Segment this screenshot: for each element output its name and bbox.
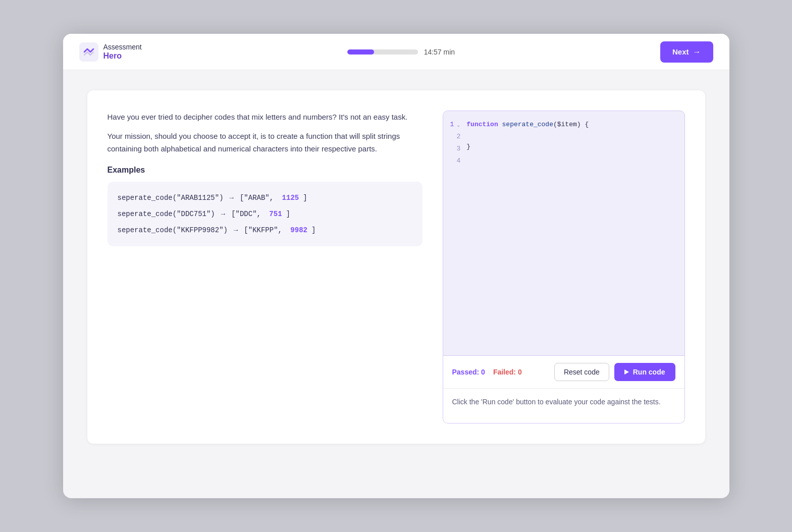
progress-bar-fill: [347, 49, 374, 55]
output-message: Click the 'Run code' button to evaluate …: [452, 398, 661, 406]
line-num-3: 3: [457, 143, 461, 154]
question-paragraph-2: Your mission, should you choose to accep…: [108, 130, 423, 155]
line-num-1: 1: [450, 119, 454, 130]
run-icon: [624, 369, 629, 375]
example-3-result-num: 9982: [290, 226, 307, 234]
line-num-row-4: 4: [450, 155, 461, 167]
examples-box: seperate_code("ARAB1125") → ["ARAB", 112…: [108, 182, 423, 246]
example-1-result-close: ]: [303, 194, 307, 202]
timer-area: 14:57 min: [347, 48, 455, 56]
app-window: Assessment Hero 14:57 min Next → Have yo…: [63, 34, 729, 498]
run-label: Run code: [633, 368, 665, 376]
svg-rect-0: [79, 42, 98, 62]
run-code-button[interactable]: Run code: [614, 363, 675, 381]
example-2-call: seperate_code("DDC751"): [118, 210, 215, 218]
controls-output-wrapper: Passed: 0 Failed: 0 Reset code Run code: [443, 356, 685, 423]
code-editor[interactable]: 1 ⌄ 2 3 4 function seperate_code: [443, 111, 685, 356]
example-1-result-num: 1125: [282, 194, 299, 202]
next-arrow-icon: →: [693, 47, 701, 57]
example-3-result-text: ["KKFPP",: [244, 226, 286, 234]
card: Have you ever tried to decipher codes th…: [87, 90, 705, 444]
progress-bar-container: [347, 49, 418, 55]
controls-buttons: Reset code Run code: [554, 363, 675, 381]
line-num-2: 2: [457, 131, 461, 142]
line-num-4: 4: [457, 155, 461, 167]
logo-icon: [79, 42, 98, 62]
logo-text: Assessment Hero: [103, 43, 142, 61]
example-2-result-text: ["DDC",: [231, 210, 265, 218]
code-content[interactable]: function seperate_code($item) { }: [464, 111, 684, 355]
question-text: Have you ever tried to decipher codes th…: [108, 111, 423, 155]
failed-text: Failed: 0: [493, 368, 522, 376]
next-button[interactable]: Next →: [660, 41, 713, 63]
collapse-arrow-1: ⌄: [456, 122, 460, 128]
line-num-row-2: 2: [450, 131, 461, 142]
output-row: Click the 'Run code' button to evaluate …: [443, 389, 684, 423]
example-3-arrow: →: [234, 226, 238, 234]
timer-label: 14:57 min: [424, 48, 455, 56]
example-2-result-close: ]: [286, 210, 290, 218]
left-panel: Have you ever tried to decipher codes th…: [108, 111, 423, 423]
logo-top: Assessment: [103, 43, 142, 51]
example-1: seperate_code("ARAB1125") → ["ARAB", 112…: [118, 194, 412, 202]
right-panel: 1 ⌄ 2 3 4 function seperate_code: [443, 111, 685, 423]
example-3-call: seperate_code("KKFPP9982"): [118, 226, 228, 234]
example-1-arrow: →: [230, 194, 234, 202]
example-1-call: seperate_code("ARAB1125"): [118, 194, 224, 202]
logo-area: Assessment Hero: [79, 42, 142, 62]
example-3-result-close: ]: [311, 226, 315, 234]
line-numbers: 1 ⌄ 2 3 4: [443, 111, 465, 355]
example-2-result-num: 751: [269, 210, 282, 218]
next-label: Next: [672, 47, 689, 56]
example-3: seperate_code("KKFPP9982") → ["KKFPP", 9…: [118, 226, 412, 234]
examples-heading: Examples: [108, 166, 423, 175]
failed-label: Failed: 0: [493, 368, 522, 376]
question-paragraph-1: Have you ever tried to decipher codes th…: [108, 111, 423, 124]
passed-text: Passed: 0: [452, 368, 485, 376]
example-2-arrow: →: [221, 210, 225, 218]
reset-code-button[interactable]: Reset code: [554, 363, 609, 381]
code-controls-row: Passed: 0 Failed: 0 Reset code Run code: [443, 356, 684, 389]
passed-label: Passed: 0: [452, 368, 485, 376]
header: Assessment Hero 14:57 min Next →: [63, 34, 729, 70]
example-2: seperate_code("DDC751") → ["DDC", 751]: [118, 210, 412, 218]
line-num-row-3: 3: [450, 143, 461, 154]
main-content: Have you ever tried to decipher codes th…: [63, 70, 729, 498]
line-num-row-1: 1 ⌄: [450, 119, 461, 130]
example-1-result-text: ["ARAB",: [240, 194, 278, 202]
test-results: Passed: 0 Failed: 0: [452, 368, 522, 376]
logo-bottom: Hero: [103, 51, 142, 61]
